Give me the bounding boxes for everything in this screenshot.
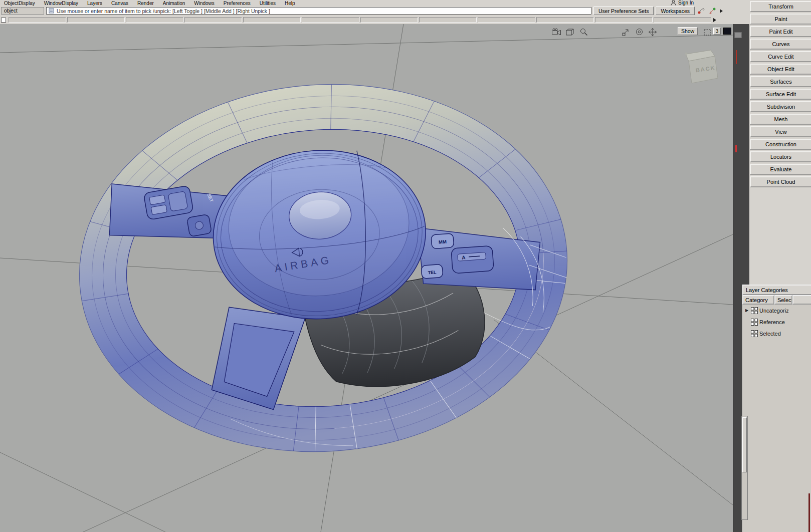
palette-tab[interactable]: Construction [750, 139, 811, 150]
shelf-corner-button[interactable] [1, 18, 6, 23]
palette-tab[interactable]: Object Edit [750, 64, 811, 75]
shelf-slot[interactable] [536, 17, 594, 23]
shelf-slot[interactable] [9, 17, 66, 23]
palette-tab[interactable]: Mesh [750, 114, 811, 125]
object-mode-field[interactable]: object [1, 7, 44, 15]
menu-item[interactable]: ObjectDisplay [4, 1, 35, 6]
workspaces-label: Workspaces [661, 8, 690, 14]
palette-tab[interactable]: Surface Edit [750, 89, 811, 100]
tool-palette: Transform Paint Paint Edit Curves Curve … [750, 1, 811, 189]
shelf-slot[interactable] [126, 17, 183, 23]
menu-item[interactable]: Animation [163, 1, 185, 6]
sign-in-label: Sign In [678, 0, 694, 6]
torus-display-icon[interactable] [634, 28, 644, 36]
expand-arrow-icon[interactable]: ▶ [744, 308, 749, 313]
fit-view-icon[interactable] [621, 28, 631, 36]
view-cube[interactable]: BACK [685, 50, 718, 83]
pan-move-icon[interactable] [648, 28, 658, 36]
band-marker-red-2 [735, 145, 737, 152]
panel-count-label: 3 [716, 29, 719, 34]
command-row-expand-arrow-icon[interactable] [720, 9, 723, 13]
layer-grid-icon [751, 307, 758, 314]
prompt-line-input[interactable]: Use mouse or enter name of item to pick … [46, 7, 591, 15]
shelf-row [0, 16, 733, 24]
snap-target-icon[interactable] [708, 7, 717, 15]
object-mode-label: object [4, 8, 18, 14]
palette-tab[interactable]: Curves [750, 39, 811, 50]
menu-item[interactable]: Render [137, 1, 154, 6]
shelf-slot[interactable] [595, 17, 653, 23]
shelf-slot[interactable] [302, 17, 359, 23]
menu-item[interactable]: WindowDisplay [44, 1, 78, 6]
layer-category-label: Reference [759, 319, 788, 325]
marquee-select-icon[interactable] [703, 28, 713, 37]
perspective-viewport[interactable]: AIRBAG SET MM TEL A [0, 24, 733, 532]
bookmark-view-icon[interactable] [565, 28, 575, 36]
palette-tab[interactable]: Subdivision [750, 101, 811, 112]
menu-item[interactable]: Help [285, 1, 295, 6]
menu-item[interactable]: Utilities [260, 1, 276, 6]
selection-column-header[interactable]: Selection [774, 295, 792, 305]
palette-tab[interactable]: Evaluate [750, 164, 811, 175]
palette-tab[interactable]: Curve Edit [750, 51, 811, 62]
snap-magnet-glyph [697, 7, 705, 15]
zoom-magnifier-icon[interactable] [578, 28, 588, 36]
layer-categories-title: Layer Categories [746, 287, 788, 293]
menu-item[interactable]: Canvas [111, 1, 128, 6]
layer-grid-icon [751, 330, 758, 337]
left-stalk-button[interactable] [187, 214, 212, 237]
3d-scene-canvas[interactable]: AIRBAG SET MM TEL A [0, 24, 733, 532]
shelf-slot[interactable] [478, 17, 535, 23]
layer-category-row[interactable]: ▶ Uncategorized [742, 305, 811, 316]
layer-category-label: Selected [759, 331, 788, 337]
palette-tab[interactable]: Paint Edit [750, 26, 811, 37]
show-menu-button[interactable]: Show [678, 27, 698, 35]
mm-button-label: MM [439, 239, 447, 245]
palette-tab[interactable]: Surfaces [750, 76, 811, 87]
viewport-camera-tools [551, 28, 588, 36]
user-preference-sets-button[interactable]: User Preference Sets [593, 7, 654, 15]
shelf-slot[interactable] [243, 17, 301, 23]
shelf-slot[interactable] [184, 17, 242, 23]
steering-wheel-model[interactable]: AIRBAG SET MM TEL A [67, 68, 580, 468]
layer-categories-header[interactable]: Layer Categories [742, 285, 811, 295]
workspaces-button[interactable]: Workspaces [656, 7, 695, 15]
layer-grid-icon [751, 319, 758, 326]
layer-category-list: ▶ Uncategorized Reference [742, 305, 811, 339]
menu-item[interactable]: Windows [194, 1, 215, 6]
snap-magnet-icon[interactable] [697, 7, 706, 15]
palette-tab[interactable]: Point Cloud [750, 176, 811, 187]
right-edge-marker [808, 493, 810, 532]
show-menu-label: Show [681, 28, 694, 34]
band-scroll-button[interactable] [734, 32, 742, 38]
camera-icon[interactable] [551, 28, 561, 36]
a-button-label: A [462, 254, 466, 260]
layer-category-label: Uncategorized [759, 308, 788, 314]
alias-3d-app-window: { "colors": { "chrome": "#d6d3ce", "view… [0, 0, 811, 532]
person-icon [671, 0, 676, 6]
menu-bar: ObjectDisplayWindowDisplayLayersCanvasRe… [0, 0, 733, 6]
panel-count-button[interactable]: 3 [713, 28, 721, 35]
palette-tab[interactable]: Paint [750, 14, 811, 25]
sign-in-button[interactable]: Sign In [671, 0, 694, 6]
palette-tab[interactable]: Transform [750, 1, 811, 12]
shelf-slot[interactable] [360, 17, 418, 23]
layer-category-row[interactable]: Selected [742, 328, 811, 339]
layer-category-row[interactable]: Reference [742, 316, 811, 328]
shelf-slot[interactable] [419, 17, 477, 23]
panel-scrollbar[interactable] [741, 416, 748, 520]
shelf-slot[interactable] [67, 17, 125, 23]
shelf-expand-arrow-icon[interactable] [713, 18, 716, 22]
prompt-icon [49, 8, 54, 14]
category-column-header[interactable]: Category [742, 295, 774, 305]
menu-item[interactable]: Layers [87, 1, 102, 6]
palette-tab[interactable]: Locators [750, 151, 811, 162]
prompt-text: Use mouse or enter name of item to pick … [57, 8, 270, 14]
palette-tab[interactable]: View [750, 126, 811, 137]
panel-scrollbar-thumb[interactable] [742, 417, 747, 472]
menu-item[interactable]: Preferences [224, 1, 251, 6]
shelf-slot[interactable] [654, 17, 711, 23]
background-color-swatch[interactable] [723, 28, 731, 35]
selection-column-label: Selection [777, 297, 792, 303]
snap-target-glyph [708, 7, 716, 15]
